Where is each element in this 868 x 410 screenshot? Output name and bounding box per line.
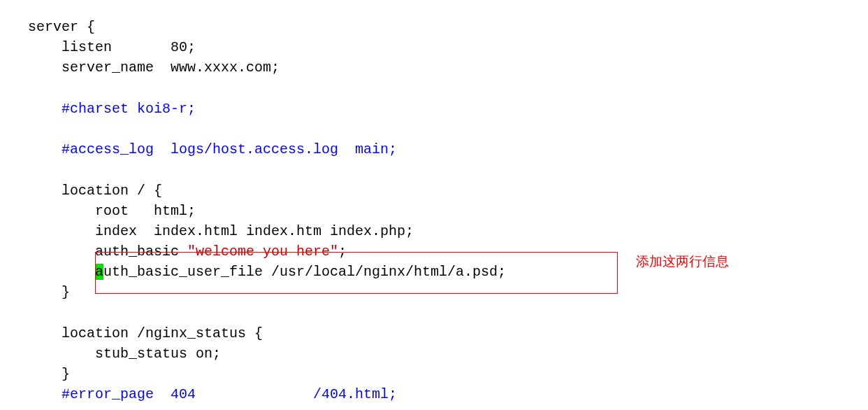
nginx-config-code: server { listen 80; server_name www.xxxx…	[28, 17, 840, 405]
code-line: }	[28, 366, 70, 382]
cursor-char: a	[95, 264, 103, 280]
code-line: index index.html index.htm index.php;	[28, 223, 414, 239]
code-line: location /nginx_status {	[28, 325, 263, 341]
code-line: location / {	[28, 183, 162, 199]
code-comment: #error_page 404 /404.html;	[28, 386, 397, 402]
code-line: auth_basic "welcome you here";	[28, 243, 347, 260]
code-line: auth_basic_user_file /usr/local/nginx/ht…	[28, 264, 506, 280]
code-line: stub_status on;	[28, 346, 221, 362]
code-line: root html;	[28, 203, 196, 219]
code-line: listen 80;	[28, 39, 196, 55]
code-line: server_name www.xxxx.com;	[28, 59, 280, 76]
code-comment: #access_log logs/host.access.log main;	[28, 141, 397, 157]
code-line: }	[28, 284, 70, 300]
code-comment: #charset koi8-r;	[28, 101, 196, 117]
code-string: "welcome you here"	[187, 243, 338, 260]
code-line: server {	[28, 19, 95, 35]
